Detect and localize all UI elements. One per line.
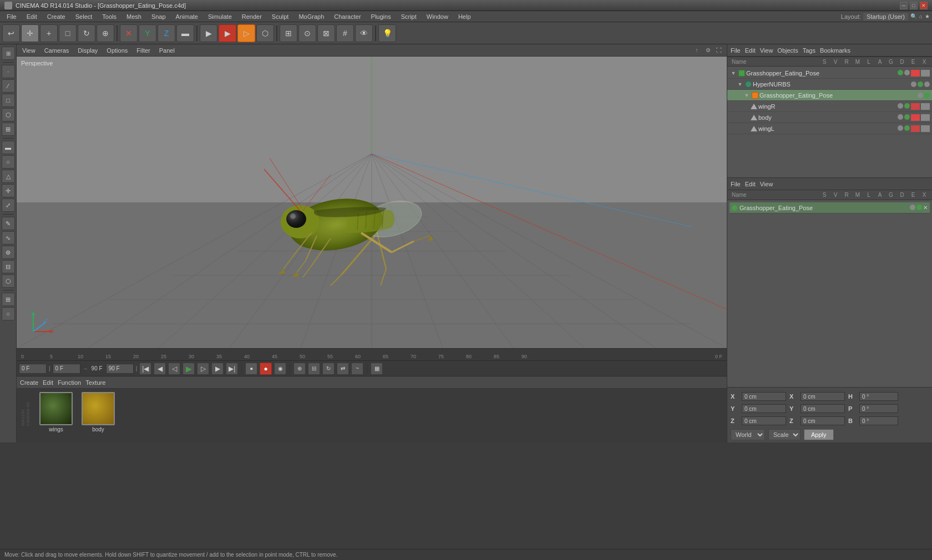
- knife-btn[interactable]: ⬡: [2, 274, 15, 288]
- spline-tool-btn[interactable]: ∿: [2, 231, 15, 245]
- menu-edit[interactable]: Edit: [22, 12, 42, 21]
- viewport-menu-cameras[interactable]: Cameras: [42, 46, 72, 55]
- cube-button[interactable]: □: [59, 24, 77, 42]
- menu-mesh[interactable]: Mesh: [122, 12, 146, 21]
- viewport-menu-display[interactable]: Display: [75, 46, 100, 55]
- mat-menu-create[interactable]: Create: [20, 379, 38, 386]
- x-btn[interactable]: ✕: [120, 24, 138, 42]
- mat-menu-function[interactable]: Function: [58, 379, 81, 386]
- menu-animate[interactable]: Animate: [171, 12, 202, 21]
- viewport-expand-icon[interactable]: ↑: [692, 46, 701, 55]
- move-btn[interactable]: ⊞: [280, 24, 297, 42]
- grasshopper-dot[interactable]: [918, 93, 923, 98]
- timeline-loop-btn[interactable]: ↻: [322, 363, 335, 375]
- light-btn[interactable]: 💡: [378, 24, 396, 42]
- menu-render[interactable]: Render: [237, 12, 266, 21]
- tree-item-hypernurbs[interactable]: ▼ HyperNURBS: [727, 79, 932, 90]
- tree-item-wingR[interactable]: wingR: [727, 101, 932, 112]
- timeline-motion-blend-btn[interactable]: ~: [351, 363, 363, 375]
- obj-mgr-menu-bookmarks[interactable]: Bookmarks: [820, 47, 850, 54]
- record-btn[interactable]: ●: [245, 363, 257, 375]
- points-mode-btn[interactable]: ·: [2, 65, 15, 78]
- menu-simulate[interactable]: Simulate: [204, 12, 236, 21]
- keyframe-red-btn[interactable]: ●: [260, 363, 272, 375]
- body-dot[interactable]: [898, 114, 903, 120]
- obj-mgr-menu-file[interactable]: File: [731, 47, 741, 54]
- current-frame-input[interactable]: [19, 364, 47, 374]
- grid-btn[interactable]: #: [336, 24, 354, 42]
- render-active-btn[interactable]: ▷: [237, 24, 255, 42]
- viewport-menu-panel[interactable]: Panel: [157, 46, 177, 55]
- select-rect-btn[interactable]: ▬: [2, 141, 15, 154]
- mode-icon[interactable]: ⊞: [2, 47, 15, 60]
- wingL-dot-2[interactable]: [904, 125, 910, 131]
- mat-menu-edit[interactable]: Edit: [43, 379, 53, 386]
- viewport-settings-icon[interactable]: ⚙: [703, 46, 712, 55]
- coord-x-input[interactable]: [742, 392, 786, 401]
- root-dot-grey[interactable]: [904, 70, 910, 75]
- attr-mgr-menu-view[interactable]: View: [760, 181, 773, 187]
- coord-scale-dropdown[interactable]: Scale Size: [768, 429, 801, 440]
- attr-item-grasshopper[interactable]: Grasshopper_Eating_Pose ✕: [730, 202, 930, 213]
- tree-toggle-grasshopper[interactable]: ▼: [743, 91, 751, 99]
- texture-btn[interactable]: ⊞: [2, 293, 15, 306]
- wingR-dot[interactable]: [898, 103, 903, 109]
- coord-h-input[interactable]: [859, 392, 898, 401]
- wingL-tag-1[interactable]: [911, 125, 920, 132]
- object-mode-btn[interactable]: ⬡: [2, 108, 15, 121]
- viewport-fullscreen-icon[interactable]: ⛶: [715, 46, 723, 55]
- tree-item-wingL[interactable]: wingL: [727, 123, 932, 134]
- tree-item-body[interactable]: body: [727, 112, 932, 123]
- coord-y-input[interactable]: [742, 404, 786, 413]
- close-button[interactable]: ✕: [920, 2, 928, 9]
- coord-p-input[interactable]: [859, 404, 898, 413]
- render-region-btn[interactable]: ▶: [200, 24, 217, 42]
- undo-button[interactable]: ↩: [2, 24, 20, 42]
- menu-sculpt[interactable]: Sculpt: [267, 12, 293, 21]
- root-dot-green[interactable]: [898, 70, 903, 75]
- attr-mgr-menu-file[interactable]: File: [731, 181, 741, 187]
- body-dot-2[interactable]: [904, 114, 910, 120]
- obj-mgr-menu-edit[interactable]: Edit: [745, 47, 756, 54]
- material-btn[interactable]: ○: [2, 307, 15, 320]
- root-material-tag[interactable]: [911, 70, 920, 77]
- prev-frame-btn[interactable]: ◀: [154, 363, 166, 375]
- obj-mgr-menu-tags[interactable]: Tags: [803, 47, 816, 54]
- uvw-mode-btn[interactable]: ⊞: [2, 123, 15, 136]
- magnet-btn[interactable]: ⊛: [2, 246, 15, 259]
- prev-key-btn[interactable]: ◁: [168, 363, 180, 375]
- render-btn[interactable]: ▶: [219, 24, 236, 42]
- tree-toggle-root[interactable]: ▼: [730, 69, 737, 77]
- menu-file[interactable]: File: [2, 12, 21, 21]
- material-wings[interactable]: wings: [37, 392, 75, 432]
- layout-value[interactable]: Startup (User): [863, 13, 908, 21]
- coord-b-input[interactable]: [859, 416, 898, 425]
- layout-bookmark-icon[interactable]: ★: [925, 13, 930, 19]
- attr-close-btn[interactable]: ✕: [923, 205, 928, 211]
- pen-tool-btn[interactable]: ✎: [2, 217, 15, 230]
- timeline-view-btn[interactable]: ▦: [371, 363, 383, 375]
- rect-select-btn[interactable]: ▬: [176, 24, 194, 42]
- minimize-button[interactable]: ─: [900, 2, 908, 9]
- mat-menu-texture[interactable]: Texture: [85, 379, 105, 386]
- menu-mograph[interactable]: MoGraph: [294, 12, 328, 21]
- select-circle-btn[interactable]: ○: [2, 155, 15, 169]
- goto-start-btn[interactable]: |◀: [139, 363, 151, 375]
- keyframe-btn[interactable]: ◉: [274, 363, 286, 375]
- menu-create[interactable]: Create: [43, 12, 70, 21]
- end-frame-input[interactable]: [106, 364, 134, 374]
- wingL-tag-2[interactable]: [921, 125, 930, 132]
- select-poly-btn[interactable]: △: [2, 170, 15, 183]
- menu-select[interactable]: Select: [71, 12, 97, 21]
- start-frame-input[interactable]: [53, 364, 80, 374]
- add-button[interactable]: ⊕: [97, 24, 114, 42]
- grasshopper-dot-2[interactable]: [924, 93, 930, 98]
- coord-z-input[interactable]: [742, 416, 786, 425]
- body-tag-2[interactable]: [921, 114, 930, 121]
- viewport-canvas[interactable]: Perspective: [17, 57, 727, 348]
- viewport-menu-options[interactable]: Options: [104, 46, 130, 55]
- wingR-dot-2[interactable]: [904, 103, 910, 109]
- menu-plugins[interactable]: Plugins: [367, 12, 396, 21]
- scale-tool-btn[interactable]: ⤢: [2, 198, 15, 212]
- move-tool-button[interactable]: ✛: [21, 24, 39, 42]
